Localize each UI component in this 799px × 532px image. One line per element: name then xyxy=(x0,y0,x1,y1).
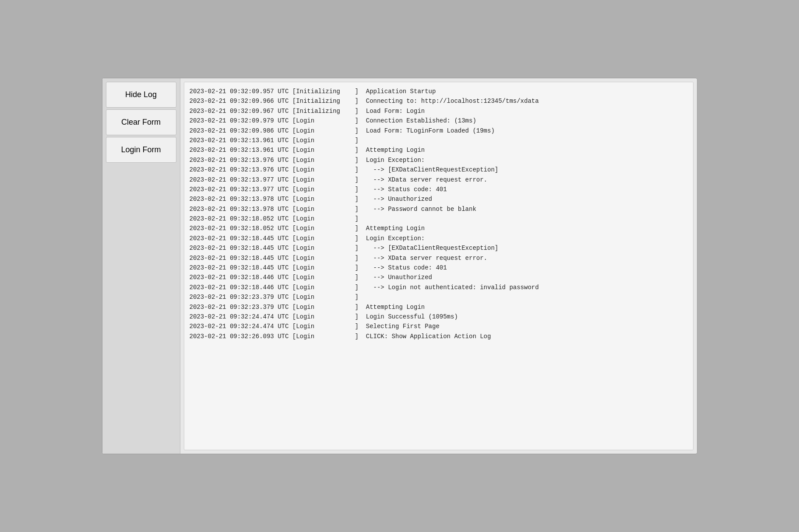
log-line: 2023-02-21 09:32:13.961 UTC [Login ] Att… xyxy=(190,145,688,155)
hide-log-button[interactable]: Hide Log xyxy=(106,82,176,108)
log-line: 2023-02-21 09:32:26.093 UTC [Login ] CLI… xyxy=(190,332,688,341)
log-line: 2023-02-21 09:32:13.977 UTC [Login ] -->… xyxy=(190,175,688,185)
log-line: 2023-02-21 09:32:18.445 UTC [Login ] -->… xyxy=(190,253,688,263)
log-line: 2023-02-21 09:32:18.052 UTC [Login ] Att… xyxy=(190,224,688,233)
login-form-button[interactable]: Login Form xyxy=(106,137,176,163)
log-line: 2023-02-21 09:32:24.474 UTC [Login ] Sel… xyxy=(190,322,688,331)
log-line: 2023-02-21 09:32:09.957 UTC [Initializin… xyxy=(190,87,688,96)
log-line: 2023-02-21 09:32:18.445 UTC [Login ] -->… xyxy=(190,243,688,253)
log-line: 2023-02-21 09:32:13.978 UTC [Login ] -->… xyxy=(190,194,688,204)
log-line: 2023-02-21 09:32:13.976 UTC [Login ] -->… xyxy=(190,165,688,175)
log-line: 2023-02-21 09:32:13.976 UTC [Login ] Log… xyxy=(190,155,688,165)
log-line: 2023-02-21 09:32:18.446 UTC [Login ] -->… xyxy=(190,273,688,282)
log-line: 2023-02-21 09:32:13.961 UTC [Login ] xyxy=(190,136,688,145)
log-line: 2023-02-21 09:32:09.979 UTC [Login ] Con… xyxy=(190,116,688,126)
log-line: 2023-02-21 09:32:09.986 UTC [Login ] Loa… xyxy=(190,126,688,136)
log-line: 2023-02-21 09:32:09.966 UTC [Initializin… xyxy=(190,96,688,106)
clear-form-button[interactable]: Clear Form xyxy=(106,109,176,135)
log-line: 2023-02-21 09:32:18.052 UTC [Login ] xyxy=(190,214,688,224)
log-line: 2023-02-21 09:32:18.446 UTC [Login ] -->… xyxy=(190,283,688,292)
log-line: 2023-02-21 09:32:09.967 UTC [Initializin… xyxy=(190,106,688,116)
log-line: 2023-02-21 09:32:13.977 UTC [Login ] -->… xyxy=(190,185,688,194)
log-line: 2023-02-21 09:32:18.445 UTC [Login ] -->… xyxy=(190,263,688,273)
main-container: Hide LogClear FormLogin Form 2023-02-21 … xyxy=(102,78,697,454)
log-line: 2023-02-21 09:32:24.474 UTC [Login ] Log… xyxy=(190,312,688,322)
log-line: 2023-02-21 09:32:18.445 UTC [Login ] Log… xyxy=(190,234,688,243)
log-line: 2023-02-21 09:32:13.978 UTC [Login ] -->… xyxy=(190,204,688,214)
log-line: 2023-02-21 09:32:23.379 UTC [Login ] xyxy=(190,292,688,302)
log-panel[interactable]: 2023-02-21 09:32:09.957 UTC [Initializin… xyxy=(184,82,693,450)
sidebar: Hide LogClear FormLogin Form xyxy=(102,78,180,454)
log-line: 2023-02-21 09:32:23.379 UTC [Login ] Att… xyxy=(190,302,688,312)
